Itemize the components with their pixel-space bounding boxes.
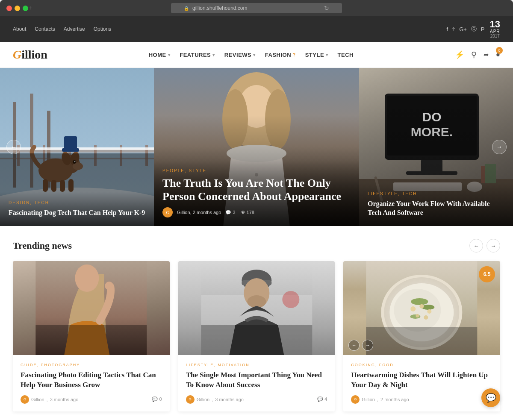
instagram-icon[interactable]: ⓒ [471, 25, 477, 33]
card-2-content: LIFESTYLE, MOTIVATION The Single Most Im… [178, 355, 335, 411]
nav-home[interactable]: HOME ▾ [149, 52, 171, 58]
trending-title: Trending news [13, 240, 72, 251]
topbar-advertise[interactable]: Advertise [64, 26, 85, 32]
left-slide-overlay: DESIGN, TECH Fascinating Dog Tech That C… [0, 192, 154, 226]
logo[interactable]: Gillion [13, 48, 47, 62]
notification-bell[interactable]: ● 0 [496, 50, 500, 59]
svg-point-71 [428, 309, 432, 314]
center-slide-title[interactable]: The Truth Is You Are Not The Only Person… [162, 176, 351, 203]
left-slide-title[interactable]: Fascinating Dog Tech That Can Help Your … [9, 209, 145, 217]
hero-center-slide: PEOPLE, STYLE The Truth Is You Are Not T… [154, 68, 359, 226]
card-2-meta: G Gillion, 3 months ago 💬 4 [186, 395, 327, 404]
lightning-icon[interactable]: ⚡ [455, 50, 464, 59]
svg-rect-74 [366, 327, 478, 355]
right-slide-title[interactable]: Organize Your Work Flow With Available T… [368, 200, 504, 217]
trending-card-3[interactable]: 6.5 ← → COOKING, FOOD Heartwarming Dishe… [343, 261, 500, 411]
googleplus-icon[interactable]: G+ [459, 26, 467, 32]
top-bar-right: f 𝕥 G+ ⓒ P 13 APR 2017 [447, 20, 501, 38]
card-3-next-btn[interactable]: → [362, 340, 373, 351]
close-dot[interactable] [6, 6, 12, 11]
trending-section: Trending news ← → [0, 226, 513, 420]
share-icon[interactable]: ➦ [484, 51, 489, 59]
nav-features[interactable]: FEATURES ▾ [180, 52, 215, 58]
card-1-comment-icon: 💬 0 [152, 397, 162, 402]
browser-expand[interactable]: + [28, 4, 32, 12]
slide-meta-icons: 💬 3 👁 178 [225, 210, 254, 215]
trending-card-2[interactable]: LIFESTYLE, MOTIVATION The Single Most Im… [178, 261, 335, 411]
browser-title-bar: 🔒 gillion.shufflehound.com ↻ + [0, 4, 513, 16]
trending-card-1[interactable]: GUIDE, PHOTOGRAPHY Fascinating Photo Edi… [13, 261, 170, 411]
browser-dots [6, 6, 28, 11]
comment-icon: 💬 3 [225, 210, 235, 215]
maximize-dot[interactable] [23, 6, 28, 11]
svg-point-65 [394, 289, 441, 332]
svg-point-72 [416, 314, 419, 317]
nav-fashion[interactable]: FASHION ? [265, 52, 296, 58]
hero-left-prev-btn[interactable]: ← [6, 140, 21, 154]
svg-rect-39 [387, 96, 477, 156]
svg-rect-60 [201, 325, 312, 355]
card-3-content: COOKING, FOOD Heartwarming Dishes That W… [343, 355, 500, 411]
author-avatar: G [162, 207, 173, 217]
svg-point-69 [411, 306, 416, 311]
svg-point-29 [224, 72, 289, 149]
card-3-meta: G Gillion, 2 months ago 💬 2 [351, 395, 492, 404]
svg-point-50 [75, 264, 99, 292]
svg-point-32 [265, 89, 291, 149]
card-1-stats: 💬 0 [152, 397, 162, 402]
topbar-contacts[interactable]: Contacts [35, 26, 55, 32]
topbar-about[interactable]: About [13, 26, 26, 32]
search-icon[interactable]: ⚲ [471, 50, 477, 59]
svg-text:MORE.: MORE. [411, 125, 453, 139]
trending-prev-btn[interactable]: ← [469, 239, 483, 253]
trending-cards: GUIDE, PHOTOGRAPHY Fascinating Photo Edi… [13, 261, 500, 411]
svg-point-66 [411, 298, 428, 305]
facebook-icon[interactable]: f [447, 26, 448, 32]
notification-count: 0 [496, 47, 503, 54]
card-1-category: GUIDE, PHOTOGRAPHY [21, 363, 162, 367]
card-3-avatar: G [351, 395, 360, 404]
right-slide-overlay: LIFESTYLE, TECH Organize Your Work Flow … [359, 183, 513, 226]
center-slide-meta: G Gillion, 2 months ago 💬 3 👁 178 [162, 207, 351, 217]
site-wrapper: About Contacts Advertise Options f 𝕥 G+ … [0, 16, 513, 420]
logo-rest: illion [21, 48, 47, 62]
chat-button[interactable]: 💬 [481, 388, 500, 407]
hero-right-slide: DO MORE. [359, 68, 513, 226]
card-3-title: Heartwarming Dishes That Will Lighten Up… [351, 370, 492, 390]
card-1-content: GUIDE, PHOTOGRAPHY Fascinating Photo Edi… [13, 355, 170, 411]
card-3-image: 6.5 ← → [343, 261, 500, 355]
social-icons: f 𝕥 G+ ⓒ P [447, 25, 485, 33]
trending-next-btn[interactable]: → [486, 239, 500, 253]
svg-point-70 [420, 304, 424, 308]
main-nav: HOME ▾ FEATURES ▾ REVIEWS ▾ FASHION ? ST… [149, 52, 354, 58]
hero-slider: ← DESIGN, TECH Fascinating Dog Tech That… [0, 68, 513, 226]
hero-right-next-btn[interactable]: → [492, 140, 507, 154]
card-3-rating: 6.5 [479, 266, 495, 282]
card-3-prev-btn[interactable]: ← [348, 340, 360, 351]
svg-rect-26 [64, 136, 77, 149]
browser-window: 🔒 gillion.shufflehound.com ↻ + About Con… [0, 0, 513, 420]
svg-point-31 [222, 89, 248, 149]
card-2-comment-icon: 💬 4 [317, 397, 327, 402]
nav-tech[interactable]: TECH [338, 52, 354, 58]
center-slide-category: PEOPLE, STYLE [162, 168, 351, 173]
svg-point-73 [424, 315, 428, 320]
header: Gillion HOME ▾ FEATURES ▾ REVIEWS ▾ FASH… [0, 42, 513, 68]
nav-style[interactable]: STYLE ▾ [305, 52, 328, 58]
lock-icon: 🔒 [184, 6, 189, 11]
pinterest-icon[interactable]: P [481, 26, 485, 32]
minimize-dot[interactable] [15, 6, 20, 11]
card-3-category: COOKING, FOOD [351, 363, 492, 367]
url-bar[interactable]: 🔒 gillion.shufflehound.com ↻ [171, 3, 342, 13]
trending-header: Trending news ← → [13, 239, 500, 253]
card-3-slider-nav: ← → [348, 340, 373, 351]
center-slide-overlay: PEOPLE, STYLE The Truth Is You Are Not T… [154, 160, 359, 226]
svg-rect-48 [485, 164, 496, 183]
card-2-avatar: G [186, 395, 195, 404]
refresh-icon[interactable]: ↻ [324, 5, 329, 12]
card-1-image [13, 261, 170, 355]
twitter-icon[interactable]: 𝕥 [452, 26, 455, 32]
logo-g-letter: G [13, 48, 21, 62]
nav-reviews[interactable]: REVIEWS ▾ [224, 52, 256, 58]
topbar-options[interactable]: Options [94, 26, 111, 32]
